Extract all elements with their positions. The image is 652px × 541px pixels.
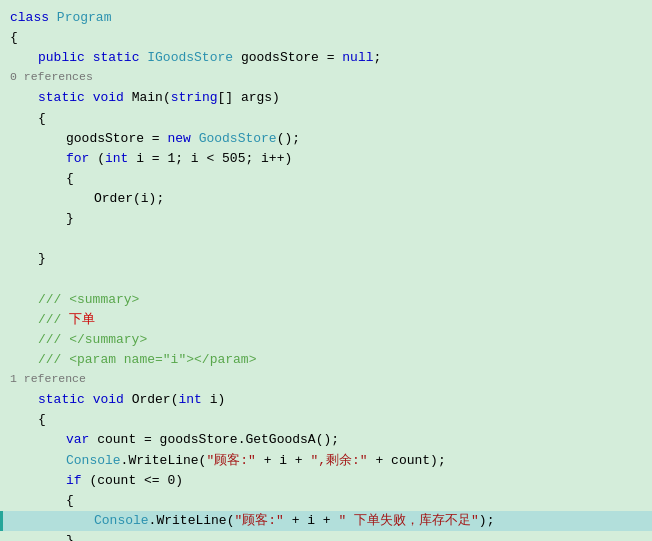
line-ref2: 1 reference: [0, 370, 652, 390]
line-4: static void Main(string[] args): [0, 88, 652, 108]
line-comment2: /// 下单: [0, 310, 652, 330]
line-11: }: [0, 249, 652, 269]
line-6: goodsStore = new GoodsStore();: [0, 129, 652, 149]
line-18-highlighted: Console.WriteLine("顾客:" + i + " 下单失败，库存不…: [0, 511, 652, 531]
line-19: }: [0, 531, 652, 541]
code-editor: class Program { public static IGoodsStor…: [0, 0, 652, 541]
line-12: static void Order(int i): [0, 390, 652, 410]
line-8: {: [0, 169, 652, 189]
line-comment3: /// </summary>: [0, 330, 652, 350]
line-comment4: /// <param name="i"></param>: [0, 350, 652, 370]
line-2: {: [0, 28, 652, 48]
line-comment1: /// <summary>: [0, 290, 652, 310]
line-1: class Program: [0, 8, 652, 28]
line-ref1: 0 references: [0, 68, 652, 88]
blank-1: [0, 229, 652, 249]
line-16: if (count <= 0): [0, 471, 652, 491]
line-14: var count = goodsStore.GetGoodsA();: [0, 430, 652, 450]
line-7: for (int i = 1; i < 505; i++): [0, 149, 652, 169]
line-5: {: [0, 109, 652, 129]
line-13: {: [0, 410, 652, 430]
line-17: {: [0, 491, 652, 511]
line-10: }: [0, 209, 652, 229]
blank-2: [0, 270, 652, 290]
line-3: public static IGoodsStore goodsStore = n…: [0, 48, 652, 68]
line-15: Console.WriteLine("顾客:" + i + ",剩余:" + c…: [0, 451, 652, 471]
line-9: Order(i);: [0, 189, 652, 209]
